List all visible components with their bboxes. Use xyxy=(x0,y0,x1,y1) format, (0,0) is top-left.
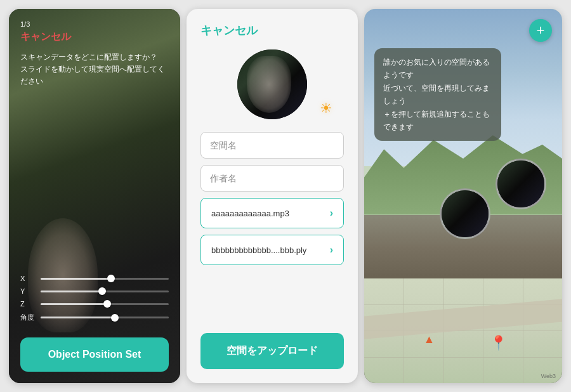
slider-angle-thumb[interactable] xyxy=(111,314,119,322)
slider-x-label: X xyxy=(20,275,36,282)
panel1-description: スキャンデータをどこに配置しますか？ スライドを動かして現実空間へ配置してくださ… xyxy=(20,51,169,88)
file2-label: bbbbbbbbbbbbb....bbb.ply xyxy=(211,245,306,255)
file1-arrow-icon: › xyxy=(330,207,333,219)
file2-arrow-icon: › xyxy=(330,244,333,256)
panel-1-content: 1/3 キャンセル スキャンデータをどこに配置しますか？ スライドを動かして現実… xyxy=(9,9,180,383)
cancel-button-panel2[interactable]: キャンセル xyxy=(200,23,344,38)
slider-z-track[interactable] xyxy=(41,303,169,305)
panel-3-content: + 誰かのお気に入りの空間があるようです 近づいて、空間を再現してみましょう ＋… xyxy=(364,9,562,383)
info-bubble: 誰かのお気に入りの空間があるようです 近づいて、空間を再現してみましょう ＋を押… xyxy=(374,48,501,141)
panel-2-content: キャンセル ☀ aaaaaaaaaaaaa.mp3 › bbbbbbbbbbbb… xyxy=(187,9,358,383)
slider-z-thumb[interactable] xyxy=(103,300,111,308)
slider-z-label: Z xyxy=(20,300,36,308)
slider-y-fill xyxy=(41,291,102,292)
position-set-button[interactable]: Object Position Set xyxy=(20,337,169,372)
avatar-container: ☀ xyxy=(200,49,344,119)
slider-y-track[interactable] xyxy=(41,291,169,292)
slider-angle-fill xyxy=(41,317,115,318)
file1-button[interactable]: aaaaaaaaaaaaa.mp3 › xyxy=(200,198,344,228)
upload-button[interactable]: 空間をアップロード xyxy=(200,333,344,369)
file2-button[interactable]: bbbbbbbbbbbbb....bbb.ply › xyxy=(200,235,344,265)
avatar xyxy=(237,49,307,119)
slider-y-thumb[interactable] xyxy=(98,287,106,295)
space-name-input[interactable] xyxy=(200,132,344,159)
slider-y-row: Y xyxy=(20,287,169,295)
slider-x-track[interactable] xyxy=(41,278,169,280)
slider-angle-label: 角度 xyxy=(20,313,36,322)
panel-3: 📍 ▲ + 誰かのお気に入りの空間があるようです 近づいて、空間を再現してみまし… xyxy=(364,9,562,383)
slider-angle-row: 角度 xyxy=(20,313,169,322)
slider-angle-track[interactable] xyxy=(41,317,169,318)
avatar-image xyxy=(237,49,307,119)
slider-y-label: Y xyxy=(20,287,36,295)
panel-2: キャンセル ☀ aaaaaaaaaaaaa.mp3 › bbbbbbbbbbbb… xyxy=(187,9,358,383)
add-button[interactable]: + xyxy=(529,19,552,42)
panels-container: 1/3 キャンセル スキャンデータをどこに配置しますか？ スライドを動かして現実… xyxy=(0,0,571,392)
slider-x-row: X xyxy=(20,275,169,282)
slider-z-row: Z xyxy=(20,300,169,308)
sliders-section: X Y Z xyxy=(20,275,169,327)
info-bubble-text: 誰かのお気に入りの空間があるようです 近づいて、空間を再現してみましょう ＋を押… xyxy=(383,58,490,131)
cancel-button-panel1[interactable]: キャンセル xyxy=(20,30,169,44)
step-indicator: 1/3 xyxy=(20,20,169,28)
panel-1: 1/3 キャンセル スキャンデータをどこに配置しますか？ スライドを動かして現実… xyxy=(9,9,180,383)
file1-label: aaaaaaaaaaaaa.mp3 xyxy=(211,209,289,218)
slider-z-fill xyxy=(41,303,107,305)
slider-x-thumb[interactable] xyxy=(107,275,115,282)
slider-x-fill xyxy=(41,278,111,280)
sun-icon: ☀ xyxy=(320,100,332,117)
author-name-input[interactable] xyxy=(200,165,344,192)
